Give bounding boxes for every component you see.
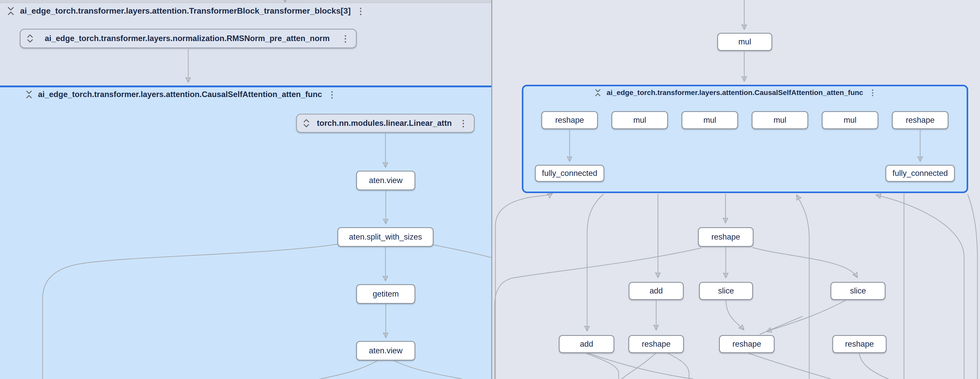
transformer-block-title[interactable]: ai_edge_torch.transformer.layers.attenti…: [20, 6, 351, 16]
op-label: mul: [773, 116, 786, 125]
op-node-mul-top[interactable]: mul: [717, 33, 772, 51]
op-label: reshape: [555, 116, 584, 125]
more-options-icon[interactable]: ⋮: [356, 7, 365, 15]
op-label: reshape: [711, 232, 740, 242]
op-node-reshape-b2[interactable]: reshape: [719, 335, 775, 353]
op-label: fully_connected: [542, 169, 597, 178]
op-node-getitem[interactable]: getitem: [356, 284, 415, 304]
more-options-icon[interactable]: ⋮: [341, 34, 350, 43]
rmsnorm-node-label: ai_edge_torch.transformer.layers.normali…: [38, 34, 336, 43]
rmsnorm-collapsed-node[interactable]: ai_edge_torch.transformer.layers.normali…: [20, 29, 357, 48]
op-label: reshape: [642, 339, 671, 349]
op-label: add: [649, 286, 663, 296]
attention-group-title-left[interactable]: ai_edge_torch.transformer.layers.attenti…: [38, 90, 322, 99]
linear-collapsed-node[interactable]: torch.nn.modules.linear.Linear_attn ⋮: [296, 114, 474, 133]
attention-group-title-right[interactable]: ai_edge_torch.transformer.layers.attenti…: [606, 89, 863, 97]
op-label: reshape: [906, 116, 935, 125]
attention-group-header-left: ai_edge_torch.transformer.layers.attenti…: [26, 90, 336, 99]
op-node-slice-1[interactable]: slice: [699, 282, 753, 300]
collapse-icon[interactable]: [595, 89, 601, 97]
op-label: mul: [703, 116, 716, 125]
op-node-reshape-row2[interactable]: reshape: [892, 111, 948, 129]
op-label: aten.view: [369, 346, 402, 355]
op-label: mul: [844, 116, 856, 125]
op-node-aten-view-2[interactable]: aten.view: [356, 341, 415, 360]
op-label: reshape: [732, 339, 761, 349]
op-node-fully-connected-right[interactable]: fully_connected: [886, 165, 955, 182]
op-label: add: [580, 339, 593, 349]
op-node-add-1[interactable]: add: [629, 282, 684, 300]
collapse-icon[interactable]: [7, 6, 14, 16]
op-node-mul-row2[interactable]: mul: [682, 111, 738, 129]
op-label: mul: [633, 116, 646, 125]
more-options-icon[interactable]: ⋮: [328, 90, 336, 99]
op-node-reshape-mid[interactable]: reshape: [698, 227, 754, 247]
transformer-block-header: ai_edge_torch.transformer.layers.attenti…: [7, 6, 365, 16]
more-options-icon[interactable]: ⋮: [869, 89, 877, 97]
op-node-add-2[interactable]: add: [559, 335, 614, 353]
linear-node-label: torch.nn.modules.linear.Linear_attn: [315, 119, 454, 128]
op-node-mul-row3[interactable]: mul: [752, 111, 808, 129]
op-node-reshape-row1[interactable]: reshape: [541, 111, 598, 129]
expand-icon[interactable]: [27, 34, 33, 43]
op-label: mul: [738, 37, 751, 46]
model-explorer-canvas: ai_edge_torch.transformer.layers.attenti…: [0, 0, 980, 379]
op-node-slice-2[interactable]: slice: [830, 282, 886, 300]
op-node-reshape-b1[interactable]: reshape: [628, 335, 684, 353]
op-label: aten.split_with_sizes: [349, 232, 422, 242]
op-node-mul-row1[interactable]: mul: [611, 111, 668, 129]
op-label: reshape: [845, 339, 874, 349]
op-label: getitem: [373, 289, 399, 299]
graph-edges: [0, 0, 980, 379]
op-label: aten.view: [369, 176, 402, 185]
op-node-fully-connected-left[interactable]: fully_connected: [535, 165, 604, 182]
collapse-icon[interactable]: [26, 90, 32, 99]
attention-group-header-right: ai_edge_torch.transformer.layers.attenti…: [595, 89, 877, 97]
expand-icon[interactable]: [303, 119, 310, 127]
op-node-aten-view[interactable]: aten.view: [356, 171, 415, 190]
op-node-reshape-b3[interactable]: reshape: [832, 335, 886, 353]
op-label: slice: [718, 286, 734, 296]
op-label: fully_connected: [892, 169, 948, 178]
pane-divider[interactable]: [491, 0, 492, 379]
op-label: slice: [850, 286, 866, 296]
op-node-mul-row4[interactable]: mul: [822, 111, 878, 129]
more-options-icon[interactable]: ⋮: [459, 119, 468, 127]
op-node-aten-split-with-sizes[interactable]: aten.split_with_sizes: [337, 227, 433, 247]
